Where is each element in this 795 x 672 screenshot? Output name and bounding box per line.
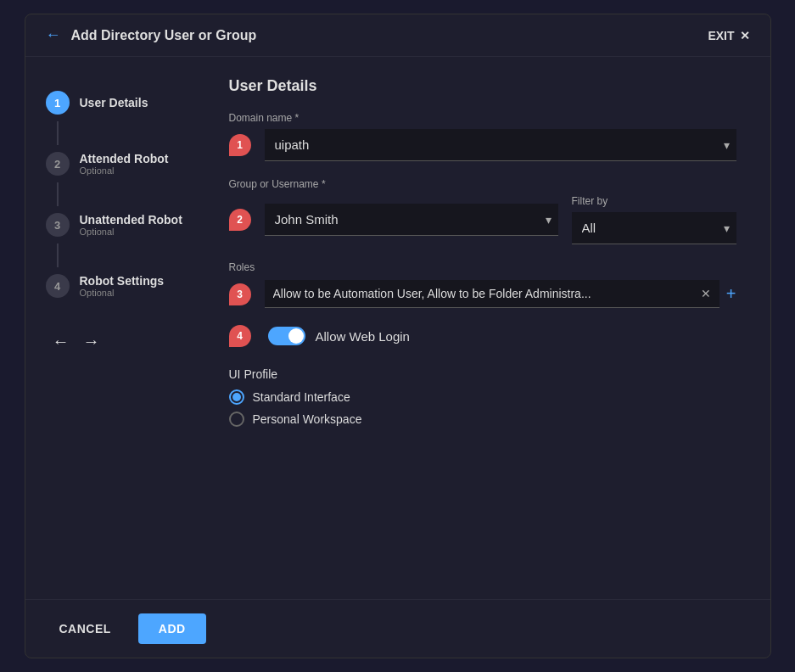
step-info-1: User Details bbox=[80, 96, 148, 109]
domain-badge: 1 bbox=[229, 134, 251, 156]
step-row-3: 3 Unattended Robot Optional bbox=[46, 206, 192, 244]
close-icon: ✕ bbox=[740, 29, 750, 42]
step-item-2[interactable]: 2 Attended Robot Optional bbox=[46, 145, 192, 206]
roles-input-wrapper: Allow to be Automation User, Allow to be… bbox=[265, 280, 719, 308]
step-info-4: Robot Settings Optional bbox=[80, 274, 165, 298]
modal-container: ← Add Directory User or Group EXIT ✕ 1 U… bbox=[25, 14, 771, 658]
modal-title: Add Directory User or Group bbox=[71, 28, 257, 43]
allow-web-login-label: Allow Web Login bbox=[316, 329, 410, 344]
roles-badge: 3 bbox=[229, 283, 251, 305]
nav-forward-arrow[interactable]: → bbox=[83, 332, 100, 351]
step-circle-2: 2 bbox=[46, 152, 70, 176]
filter-label: Filter by bbox=[572, 195, 736, 207]
domain-select-wrapper: uipath ▾ bbox=[265, 129, 736, 161]
domain-select[interactable]: uipath bbox=[265, 129, 736, 161]
toggle-knob bbox=[288, 328, 304, 344]
group-select[interactable]: John Smith bbox=[265, 204, 558, 236]
step-circle-4: 4 bbox=[46, 274, 70, 298]
group-badge: 2 bbox=[229, 209, 251, 231]
radio-personal-outer bbox=[229, 412, 244, 427]
add-button[interactable]: ADD bbox=[138, 613, 206, 644]
radio-standard[interactable]: Standard Interface bbox=[229, 389, 736, 405]
domain-row: 1 uipath ▾ bbox=[229, 129, 736, 161]
step-row-2: 2 Attended Robot Optional bbox=[46, 145, 192, 182]
step-label-4: Robot Settings bbox=[80, 274, 165, 288]
toggle-row: 4 Allow Web Login bbox=[229, 325, 736, 347]
exit-label: EXIT bbox=[708, 29, 734, 42]
step-circle-3: 3 bbox=[46, 213, 70, 237]
exit-button[interactable]: EXIT ✕ bbox=[708, 29, 749, 42]
step-circle-1: 1 bbox=[46, 91, 70, 115]
nav-arrows: ← → bbox=[46, 318, 192, 351]
group-field-container: 2 John Smith ▾ bbox=[229, 195, 558, 244]
step-line-2 bbox=[57, 182, 59, 206]
step-label-2: Attended Robot bbox=[80, 152, 169, 165]
radio-standard-outer bbox=[229, 389, 244, 405]
group-select-wrapper: John Smith ▾ bbox=[265, 204, 558, 236]
step-line-1 bbox=[57, 121, 59, 145]
ui-profile-title: UI Profile bbox=[229, 367, 736, 381]
step-row-4: 4 Robot Settings Optional bbox=[46, 267, 192, 305]
ui-profile-section: UI Profile Standard Interface Personal W… bbox=[229, 367, 736, 427]
cancel-button[interactable]: CANCEL bbox=[46, 613, 125, 644]
step-row-1: 1 User Details bbox=[46, 84, 192, 121]
radio-standard-label: Standard Interface bbox=[253, 390, 350, 404]
filter-row: 2 John Smith ▾ Filter by All ▾ bbox=[229, 195, 736, 244]
step-sublabel-4: Optional bbox=[80, 288, 165, 298]
modal-footer: CANCEL ADD bbox=[25, 599, 770, 658]
radio-standard-inner bbox=[232, 393, 241, 401]
step-line-3 bbox=[57, 244, 59, 267]
domain-label: Domain name * bbox=[229, 112, 736, 124]
nav-back-arrow[interactable]: ← bbox=[53, 332, 70, 351]
roles-field-row: 3 Allow to be Automation User, Allow to … bbox=[229, 280, 736, 308]
step-info-3: Unattended Robot Optional bbox=[80, 213, 182, 237]
back-button[interactable]: ← bbox=[46, 26, 61, 44]
step-sublabel-2: Optional bbox=[80, 165, 169, 176]
allow-web-login-toggle[interactable] bbox=[268, 327, 305, 345]
toggle-badge: 4 bbox=[229, 325, 251, 347]
filter-side: Filter by All ▾ bbox=[572, 195, 736, 244]
roles-add-icon[interactable]: + bbox=[726, 284, 736, 304]
roles-label: Roles bbox=[229, 261, 736, 273]
step-item-3[interactable]: 3 Unattended Robot Optional bbox=[46, 206, 192, 267]
modal-body: 1 User Details 2 Attended Robot Optional bbox=[25, 57, 770, 599]
filter-select[interactable]: All bbox=[572, 212, 736, 244]
step-label-3: Unattended Robot bbox=[80, 213, 182, 227]
step-item-1[interactable]: 1 User Details bbox=[46, 84, 192, 145]
radio-personal-label: Personal Workspace bbox=[253, 412, 362, 426]
step-label-1: User Details bbox=[80, 96, 148, 109]
step-sublabel-3: Optional bbox=[80, 227, 182, 237]
radio-personal[interactable]: Personal Workspace bbox=[229, 412, 736, 427]
section-title: User Details bbox=[229, 77, 736, 95]
filter-select-wrapper: All ▾ bbox=[572, 212, 736, 244]
modal-header: ← Add Directory User or Group EXIT ✕ bbox=[25, 14, 770, 57]
group-label: Group or Username * bbox=[229, 178, 736, 190]
roles-section: Roles 3 Allow to be Automation User, All… bbox=[229, 261, 736, 308]
main-content: User Details Domain name * 1 uipath ▾ Gr… bbox=[212, 77, 770, 579]
sidebar: 1 User Details 2 Attended Robot Optional bbox=[25, 77, 212, 579]
header-left: ← Add Directory User or Group bbox=[46, 26, 257, 44]
roles-text: Allow to be Automation User, Allow to be… bbox=[273, 287, 694, 300]
roles-clear-icon[interactable]: ✕ bbox=[701, 287, 711, 300]
step-info-2: Attended Robot Optional bbox=[80, 152, 169, 176]
step-item-4[interactable]: 4 Robot Settings Optional bbox=[46, 267, 192, 305]
